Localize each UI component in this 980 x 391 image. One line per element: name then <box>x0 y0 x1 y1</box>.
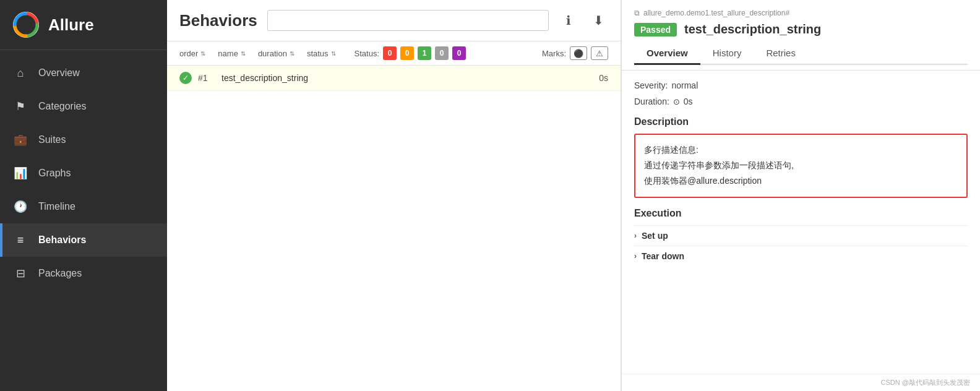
sidebar-item-behaviors[interactable]: ≡ Behaviors <box>0 223 167 257</box>
teardown-row[interactable]: › Tear down <box>634 246 968 266</box>
breadcrumb-text: allure_demo.demo1.test_allure_descriptio… <box>643 9 789 17</box>
allure-logo-icon <box>12 11 40 38</box>
description-line3: 使用装饰器@allure.description <box>644 173 958 189</box>
tab-history[interactable]: History <box>700 43 754 65</box>
order-col-label: order <box>179 49 198 58</box>
table-controls: order ⇅ name ⇅ duration ⇅ status ⇅ Statu… <box>167 41 621 66</box>
behaviors-title: Behaviors <box>179 11 257 30</box>
home-icon: ⌂ <box>12 65 28 81</box>
table-row[interactable]: ✓ #1 test_description_string 0s <box>167 66 621 91</box>
layers-icon: ⊟ <box>12 265 28 281</box>
clock-duration-icon: ⊙ <box>673 97 680 106</box>
execution-section: Execution › Set up › Tear down <box>634 208 968 266</box>
order-col-header[interactable]: order ⇅ <box>179 49 205 58</box>
status-col-header[interactable]: status ⇅ <box>307 49 336 58</box>
status-filter-label: Status: <box>355 49 379 58</box>
sidebar-item-timeline[interactable]: 🕐 Timeline <box>0 190 167 223</box>
test-name: test_description_string <box>221 73 593 83</box>
order-sort-icon: ⇅ <box>200 50 205 57</box>
description-line1: 多行描述信息: <box>644 142 958 158</box>
sidebar-item-overview[interactable]: ⌂ Overview <box>0 56 167 90</box>
passed-badge: Passed <box>634 23 677 37</box>
test-title-row: Passed test_description_string <box>634 22 968 37</box>
severity-row: Severity: normal <box>634 80 968 90</box>
duration-col-label: duration <box>258 49 287 58</box>
test-full-title: test_description_string <box>684 22 821 37</box>
sidebar-item-graphs[interactable]: 📊 Graphs <box>0 157 167 190</box>
status-sort-icon: ⇅ <box>331 50 336 57</box>
panel-tabs: Overview History Retries <box>634 43 968 65</box>
setup-chevron-icon: › <box>634 231 637 240</box>
marks-label: Marks: <box>542 49 566 58</box>
execution-section-title: Execution <box>634 208 968 219</box>
tab-retries[interactable]: Retries <box>754 43 808 65</box>
duration-sort-icon: ⇅ <box>290 50 294 57</box>
breadcrumb-copy-icon: ⧉ <box>634 9 640 17</box>
teardown-label: Tear down <box>642 251 684 261</box>
duration-col-header[interactable]: duration ⇅ <box>258 49 294 58</box>
severity-value: normal <box>671 80 698 90</box>
flaky-mark-btn[interactable]: ⚫ <box>570 46 587 60</box>
breadcrumb: ⧉ allure_demo.demo1.test_allure_descript… <box>634 9 968 17</box>
tab-overview[interactable]: Overview <box>634 43 700 65</box>
name-sort-icon: ⇅ <box>241 50 246 57</box>
duration-value: 0s <box>684 97 693 106</box>
right-panel: ⧉ allure_demo.demo1.test_allure_descript… <box>621 0 980 391</box>
sidebar-label-behaviors: Behaviors <box>38 234 86 246</box>
app-title: Allure <box>48 15 94 35</box>
sidebar-nav: ⌂ Overview ⚑ Categories 💼 Suites 📊 Graph… <box>0 50 167 296</box>
info-button[interactable]: ℹ <box>559 11 578 30</box>
marks-section: Marks: ⚫ ⚠ <box>542 46 608 60</box>
sidebar: Allure ⌂ Overview ⚑ Categories 💼 Suites … <box>0 0 167 391</box>
flag-icon: ⚑ <box>12 98 28 114</box>
description-line2: 通过传递字符串参数添加一段描述语句, <box>644 158 958 173</box>
sidebar-label-categories: Categories <box>38 101 86 112</box>
sidebar-label-overview: Overview <box>38 67 80 79</box>
setup-label: Set up <box>642 231 668 241</box>
status-passed-badge[interactable]: 1 <box>418 46 431 60</box>
watermark: CSDN @敲代码敲到头发茂密 <box>622 374 980 391</box>
description-section-title: Description <box>634 116 968 127</box>
test-list: ✓ #1 test_description_string 0s <box>167 66 621 391</box>
clock-icon: 🕐 <box>12 199 28 215</box>
sidebar-item-packages[interactable]: ⊟ Packages <box>0 257 167 290</box>
sidebar-label-packages: Packages <box>38 268 82 279</box>
name-col-header[interactable]: name ⇅ <box>218 49 246 58</box>
duration-row: Duration: ⊙ 0s <box>634 97 968 106</box>
status-failed-badge[interactable]: 0 <box>383 46 397 60</box>
sidebar-logo: Allure <box>0 0 167 50</box>
panel-body: Severity: normal Duration: ⊙ 0s Descript… <box>622 71 980 374</box>
sidebar-label-suites: Suites <box>38 134 66 145</box>
status-filters: Status: 0 0 1 0 0 <box>355 46 466 60</box>
sidebar-item-suites[interactable]: 💼 Suites <box>0 123 167 157</box>
test-number: #1 <box>198 73 215 83</box>
main-content: Behaviors ℹ ⬇ order ⇅ name ⇅ duration ⇅ … <box>167 0 621 391</box>
right-panel-header: ⧉ allure_demo.demo1.test_allure_descript… <box>622 0 980 71</box>
behaviors-header: Behaviors ℹ ⬇ <box>167 0 621 41</box>
list-icon: ≡ <box>12 232 28 248</box>
sidebar-label-graphs: Graphs <box>38 168 71 179</box>
download-button[interactable]: ⬇ <box>588 11 608 30</box>
test-duration: 0s <box>599 73 608 83</box>
search-input[interactable] <box>267 10 549 31</box>
teardown-chevron-icon: › <box>634 252 637 260</box>
status-broken-badge[interactable]: 0 <box>400 46 414 60</box>
warning-mark-btn[interactable]: ⚠ <box>591 46 608 60</box>
briefcase-icon: 💼 <box>12 132 28 148</box>
duration-label: Duration: <box>634 97 669 106</box>
status-col-label: status <box>307 49 329 58</box>
description-box: 多行描述信息: 通过传递字符串参数添加一段描述语句, 使用装饰器@allure.… <box>634 134 968 198</box>
severity-label: Severity: <box>634 80 668 90</box>
status-unknown-badge[interactable]: 0 <box>452 46 466 60</box>
graph-icon: 📊 <box>12 165 28 181</box>
status-skipped-badge[interactable]: 0 <box>435 46 449 60</box>
sidebar-item-categories[interactable]: ⚑ Categories <box>0 90 167 123</box>
pass-status-icon: ✓ <box>179 72 192 84</box>
name-col-label: name <box>218 49 238 58</box>
setup-row[interactable]: › Set up <box>634 225 968 246</box>
sidebar-label-timeline: Timeline <box>38 201 75 212</box>
